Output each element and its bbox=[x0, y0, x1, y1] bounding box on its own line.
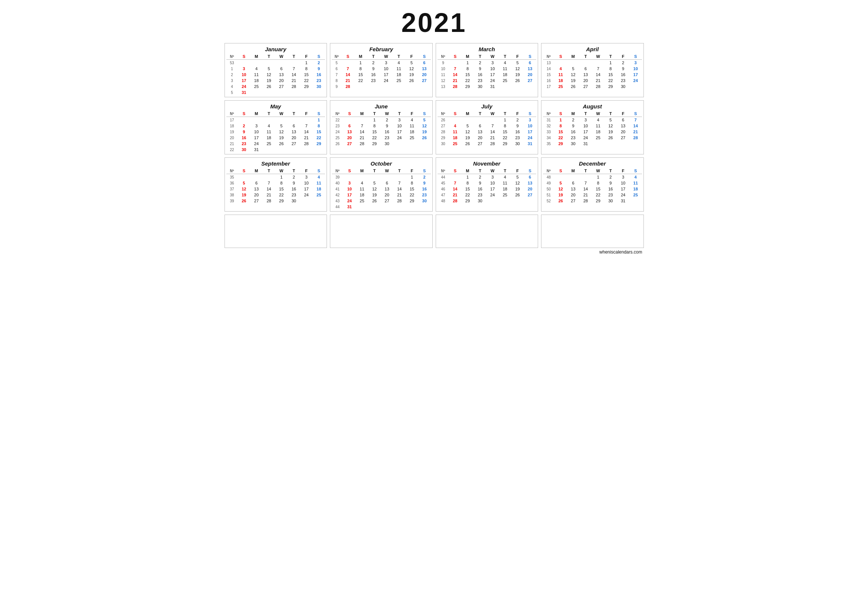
day-cell bbox=[524, 84, 536, 90]
week-row: 1114151617181920 bbox=[437, 71, 536, 78]
week-number: 11 bbox=[437, 71, 449, 78]
day-cell: 17 bbox=[486, 71, 499, 78]
day-cell: 21 bbox=[486, 135, 499, 141]
col-header-0: Nº bbox=[437, 168, 449, 174]
day-cell: 6 bbox=[524, 60, 536, 66]
day-cell: 4 bbox=[592, 117, 604, 123]
day-cell: 4 bbox=[263, 123, 275, 129]
week-number: 1 bbox=[226, 66, 238, 71]
week-row: 1618192021222324 bbox=[543, 78, 642, 84]
day-cell: 7 bbox=[341, 66, 354, 71]
week-number: 19 bbox=[226, 129, 238, 135]
website-link[interactable]: wheniscalendars.com bbox=[599, 250, 642, 255]
col-header-0: Nº bbox=[226, 53, 238, 60]
day-cell: 12 bbox=[567, 71, 580, 78]
day-cell: 26 bbox=[237, 198, 250, 204]
col-header-0: Nº bbox=[543, 168, 555, 174]
day-cell: 30 bbox=[567, 141, 580, 147]
day-cell bbox=[418, 204, 431, 210]
day-cell: 15 bbox=[555, 129, 567, 135]
week-row: 2918192021222324 bbox=[437, 135, 536, 141]
day-cell: 28 bbox=[486, 141, 499, 147]
day-cell: 4 bbox=[499, 174, 512, 180]
day-cell: 19 bbox=[263, 78, 275, 84]
day-cell: 30 bbox=[512, 141, 524, 147]
day-cell bbox=[237, 174, 250, 180]
day-cell: 14 bbox=[288, 71, 300, 78]
week-row: 714151617181920 bbox=[332, 71, 431, 78]
day-cell: 18 bbox=[393, 71, 405, 78]
month-block-june: JuneNºSMTWTFS221234523678910111224131415… bbox=[330, 100, 433, 154]
day-cell: 12 bbox=[512, 180, 524, 186]
day-cell: 5 bbox=[512, 60, 524, 66]
week-number: 10 bbox=[437, 66, 449, 71]
day-cell: 15 bbox=[461, 186, 474, 192]
week-row: 3422232425262728 bbox=[543, 135, 642, 141]
day-cell: 26 bbox=[405, 78, 418, 84]
day-cell bbox=[275, 147, 288, 153]
day-cell: 15 bbox=[313, 129, 325, 135]
week-number: 7 bbox=[332, 71, 341, 78]
month-table-may: NºSMTWTFS1711823456781991011121314152016… bbox=[226, 111, 326, 153]
day-cell bbox=[579, 174, 592, 180]
day-cell: 13 bbox=[418, 66, 431, 71]
day-cell: 2 bbox=[512, 117, 524, 123]
day-cell: 26 bbox=[461, 141, 474, 147]
week-row: 3819202122232425 bbox=[226, 192, 326, 198]
day-cell bbox=[275, 117, 288, 123]
blank-block-3 bbox=[436, 215, 538, 248]
day-cell: 9 bbox=[617, 66, 629, 71]
col-header-3: T bbox=[263, 53, 275, 60]
week-number: 25 bbox=[332, 135, 343, 141]
week-row: 236789101112 bbox=[332, 123, 431, 129]
day-cell: 3 bbox=[380, 60, 392, 66]
week-row: 311234567 bbox=[543, 117, 642, 123]
col-header-5: T bbox=[499, 53, 512, 60]
week-number: 8 bbox=[332, 78, 341, 84]
day-cell: 11 bbox=[393, 66, 405, 71]
col-header-3: T bbox=[263, 168, 275, 174]
day-cell: 4 bbox=[499, 60, 512, 66]
week-number: 20 bbox=[226, 135, 238, 141]
day-cell: 15 bbox=[499, 129, 512, 135]
day-cell: 20 bbox=[524, 71, 536, 78]
week-row: 2627282930 bbox=[332, 141, 431, 147]
day-cell: 7 bbox=[629, 117, 642, 123]
day-cell bbox=[474, 117, 487, 123]
blank-block-4 bbox=[541, 215, 644, 248]
week-number: 18 bbox=[226, 123, 238, 129]
col-header-5: T bbox=[394, 111, 406, 117]
day-cell bbox=[405, 84, 418, 90]
week-number: 43 bbox=[332, 198, 343, 204]
day-cell bbox=[250, 117, 263, 123]
day-cell: 11 bbox=[499, 180, 512, 186]
day-cell bbox=[381, 174, 394, 180]
day-cell: 13 bbox=[381, 186, 394, 192]
week-number: 21 bbox=[226, 141, 238, 147]
day-cell: 5 bbox=[368, 180, 381, 186]
week-row: 351234 bbox=[226, 174, 326, 180]
col-header-0: Nº bbox=[226, 168, 238, 174]
col-header-3: T bbox=[368, 111, 381, 117]
day-cell bbox=[555, 60, 567, 66]
col-header-1: S bbox=[555, 111, 567, 117]
week-row: 52262728293031 bbox=[543, 198, 642, 204]
day-cell: 7 bbox=[579, 180, 592, 186]
day-cell: 25 bbox=[592, 135, 604, 141]
day-cell: 24 bbox=[486, 192, 499, 198]
day-cell: 9 bbox=[367, 66, 380, 71]
day-cell: 21 bbox=[263, 192, 275, 198]
day-cell: 23 bbox=[237, 141, 250, 147]
footer: wheniscalendars.com bbox=[225, 250, 644, 255]
day-cell: 23 bbox=[604, 192, 617, 198]
col-header-7: S bbox=[313, 53, 325, 60]
col-header-5: T bbox=[288, 111, 300, 117]
col-header-4: W bbox=[486, 168, 499, 174]
day-cell: 27 bbox=[288, 141, 300, 147]
day-cell bbox=[263, 174, 275, 180]
col-header-0: Nº bbox=[332, 168, 343, 174]
day-cell: 12 bbox=[263, 71, 275, 78]
day-cell: 1 bbox=[406, 174, 418, 180]
month-title-may: May bbox=[226, 102, 326, 111]
day-cell: 19 bbox=[555, 192, 567, 198]
